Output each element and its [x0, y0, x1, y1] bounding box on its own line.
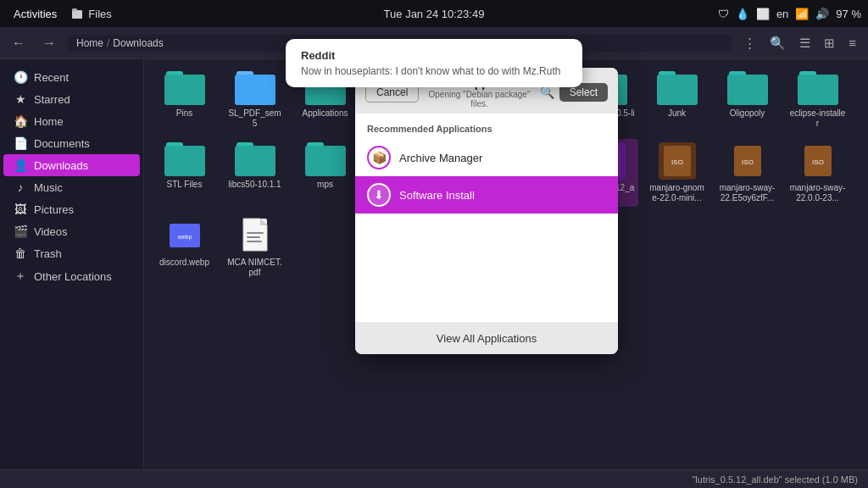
folder-icon: [727, 71, 768, 105]
file-item-pins[interactable]: Pins: [153, 68, 216, 132]
volume-icon: 🔊: [815, 8, 829, 20]
sidebar-item-other-locations[interactable]: ＋ Other Locations: [3, 264, 140, 288]
view-all-applications-link[interactable]: View All Applications: [437, 332, 537, 345]
file-item-libcs50[interactable]: libcs50-10.1.1: [223, 139, 287, 207]
svg-rect-0: [72, 10, 82, 19]
toolbar-list-button[interactable]: ☰: [794, 33, 815, 53]
nav-forward-button[interactable]: →: [37, 34, 61, 53]
sidebar-item-pictures-label: Pictures: [34, 203, 74, 216]
file-label: SL_PDF_sem5: [226, 108, 283, 129]
sidebar-item-documents[interactable]: 📄 Documents: [3, 132, 140, 154]
vpn-icon: 🛡: [718, 8, 729, 20]
breadcrumb-home[interactable]: Home: [76, 37, 103, 49]
sidebar-item-videos[interactable]: 🎬 Videos: [3, 220, 140, 242]
downloads-icon: 👤: [14, 158, 27, 172]
other-locations-icon: ＋: [14, 269, 27, 284]
topbar-datetime: Tue Jan 24 10:23:49: [384, 8, 485, 20]
sidebar-item-documents-label: Documents: [34, 137, 90, 150]
sidebar-item-starred[interactable]: ★ Starred: [3, 88, 140, 110]
sidebar-item-home[interactable]: 🏠 Home: [3, 110, 140, 132]
dropbox-icon: 💧: [736, 8, 749, 20]
svg-text:ISO: ISO: [671, 158, 683, 166]
svg-text:webp: webp: [176, 234, 192, 241]
sidebar-item-downloads[interactable]: 👤 Downloads: [3, 154, 140, 176]
sidebar-item-videos-label: Videos: [34, 225, 68, 238]
sidebar-item-trash[interactable]: 🗑 Trash: [3, 242, 140, 264]
activities-button[interactable]: Activities: [7, 6, 64, 22]
archive-manager-icon: 📦: [367, 146, 391, 169]
app-list-item-software-install[interactable]: ⬇ Software Install: [355, 176, 618, 214]
file-item-manjaro-sway1[interactable]: ISO manjaro-sway-22.E5oy6zfF...: [715, 139, 779, 207]
dialog-section-label: Recommended Applications: [355, 120, 618, 139]
iso-icon: ISO: [799, 142, 837, 180]
dialog-subtitle: Opening "Debian package" files.: [419, 90, 539, 108]
sidebar-item-recent-label: Recent: [34, 71, 69, 84]
nav-back-button[interactable]: ←: [7, 34, 31, 53]
file-item-junk[interactable]: Junk: [645, 68, 709, 132]
file-label: libcs50-10.1.1: [228, 180, 281, 190]
sidebar-item-pictures[interactable]: 🖼 Pictures: [3, 198, 140, 220]
software-install-icon: ⬇: [367, 183, 391, 207]
documents-icon: 📄: [14, 136, 27, 150]
sidebar: 🕐 Recent ★ Starred 🏠 Home 📄 Documents 👤 …: [0, 59, 144, 469]
svg-rect-1: [72, 8, 77, 11]
pictures-icon: 🖼: [14, 202, 27, 216]
toolbar-grid-button[interactable]: ⊞: [819, 33, 840, 53]
sidebar-item-music[interactable]: ♪ Music: [3, 176, 140, 198]
breadcrumb-current[interactable]: Downloads: [113, 37, 163, 49]
software-install-label: Software Install: [399, 189, 475, 202]
file-label: mps: [317, 180, 333, 190]
topbar-app: Files: [70, 7, 111, 20]
topbar: Activities Files Tue Jan 24 10:23:49 🛡 💧…: [0, 0, 868, 27]
lang-label[interactable]: en: [776, 8, 788, 20]
folder-icon: [164, 142, 205, 176]
topbar-right: 🛡 💧 ⬜ en 📶 🔊 97 %: [718, 8, 861, 20]
folder-icon: [235, 142, 275, 176]
toast-title: Reddit: [301, 49, 567, 62]
dialog-footer: View All Applications: [355, 322, 618, 354]
toolbar-search-button[interactable]: 🔍: [765, 33, 791, 53]
file-item-stl[interactable]: STL Files: [153, 139, 216, 207]
sidebar-item-other-locations-label: Other Locations: [34, 270, 112, 283]
music-icon: ♪: [14, 180, 27, 194]
toolbar-menu-button[interactable]: ⋮: [738, 33, 761, 53]
toast-notification: Reddit Now in houseplants: I don't know …: [286, 39, 582, 87]
file-item-mps[interactable]: mps: [293, 139, 357, 207]
file-label: discord.webp: [159, 258, 209, 268]
recent-icon: 🕐: [14, 70, 27, 84]
file-item-oligopoly[interactable]: Oligopoly: [715, 68, 779, 132]
screen-icon: ⬜: [756, 8, 770, 20]
file-item-manjaro-sway2[interactable]: ISO manjaro-sway-22.0.0-23...: [786, 139, 849, 207]
svg-rect-15: [247, 232, 264, 234]
files-icon: [70, 7, 84, 20]
pdf-icon: [236, 217, 274, 254]
status-text: "lutris_0.5.12_all.deb" selected (1.0 MB…: [692, 474, 858, 485]
videos-icon: 🎬: [14, 225, 27, 238]
dialog-search-button[interactable]: 🔍: [540, 86, 554, 99]
sidebar-item-music-label: Music: [34, 181, 63, 194]
statusbar: "lutris_0.5.12_all.deb" selected (1.0 MB…: [0, 469, 868, 488]
image-icon: webp: [166, 217, 203, 254]
sidebar-item-recent[interactable]: 🕐 Recent: [3, 66, 140, 88]
file-item-mca[interactable]: MCA NIMCET.pdf: [223, 214, 287, 281]
app-list-item-archive-manager[interactable]: 📦 Archive Manager: [355, 139, 618, 176]
folder-icon: [305, 142, 346, 176]
file-item-slpdf[interactable]: SL_PDF_sem5: [223, 68, 287, 132]
file-item-eclipse[interactable]: eclipse-installer: [786, 68, 849, 132]
topbar-left: Activities Files: [7, 6, 112, 22]
trash-icon: 🗑: [14, 247, 27, 260]
folder-icon: [235, 71, 275, 105]
wifi-icon: 📶: [795, 8, 809, 20]
file-item-manjaro-gnome[interactable]: ISO manjaro-gnome-22.0-mini...: [645, 139, 709, 207]
folder-icon: [657, 71, 698, 105]
select-application-dialog[interactable]: Cancel Select Application Opening "Debia…: [355, 68, 618, 354]
battery-label[interactable]: 97 %: [836, 8, 861, 20]
file-label: manjaro-sway-22.E5oy6zfF...: [719, 183, 776, 203]
starred-icon: ★: [14, 92, 27, 106]
file-item-discord[interactable]: webp discord.webp: [153, 214, 216, 281]
iso-icon: ISO: [659, 142, 696, 180]
toolbar-sort-button[interactable]: ≡: [843, 33, 861, 53]
file-label: Junk: [668, 108, 686, 119]
sidebar-item-starred-label: Starred: [34, 93, 70, 106]
svg-text:ISO: ISO: [742, 158, 754, 166]
